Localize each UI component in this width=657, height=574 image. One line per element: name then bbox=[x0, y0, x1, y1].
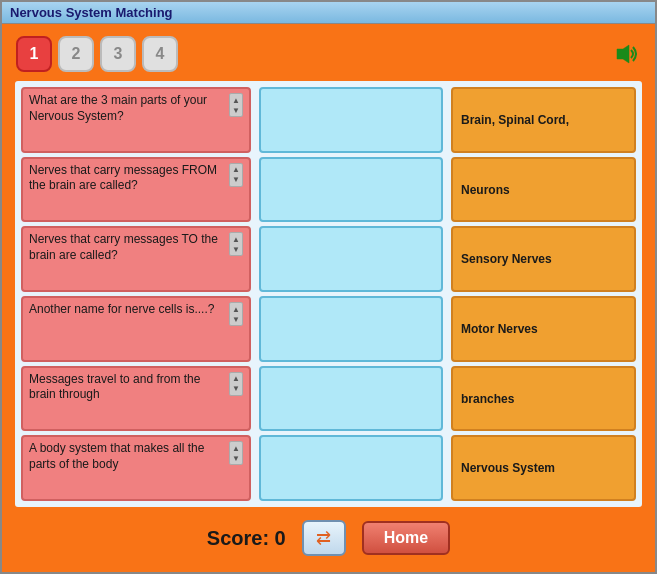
window: Nervous System Matching 1 2 3 4 bbox=[0, 0, 657, 574]
step-2[interactable]: 2 bbox=[58, 36, 94, 72]
scroll-up-3[interactable]: ▲ bbox=[231, 304, 241, 314]
step-4[interactable]: 4 bbox=[142, 36, 178, 72]
step-1-label: 1 bbox=[30, 45, 39, 63]
refresh-button[interactable]: ⇄ bbox=[302, 520, 346, 556]
question-3-text: Another name for nerve cells is....? bbox=[29, 302, 229, 318]
score-display: Score: 0 bbox=[207, 527, 286, 550]
scrollbar-0[interactable]: ▲ ▼ bbox=[229, 93, 243, 117]
main-area: 1 2 3 4 bbox=[2, 24, 655, 572]
title-text: Nervous System Matching bbox=[10, 5, 173, 20]
scrollbar-4[interactable]: ▲ ▼ bbox=[229, 372, 243, 396]
scroll-up-2[interactable]: ▲ bbox=[231, 234, 241, 244]
table-row: Another name for nerve cells is....? ▲ ▼… bbox=[21, 296, 636, 362]
scroll-down-3[interactable]: ▼ bbox=[231, 314, 241, 324]
table-row: A body system that makes all the parts o… bbox=[21, 435, 636, 501]
answer-label-0: Brain, Spinal Cord, bbox=[451, 87, 636, 153]
scrollbar-1[interactable]: ▲ ▼ bbox=[229, 163, 243, 187]
question-1-text: Nerves that carry messages FROM the brai… bbox=[29, 163, 229, 194]
question-3: Another name for nerve cells is....? ▲ ▼ bbox=[21, 296, 251, 362]
scrollbar-3[interactable]: ▲ ▼ bbox=[229, 302, 243, 326]
step-3-label: 3 bbox=[114, 45, 123, 63]
table-row: What are the 3 main parts of your Nervou… bbox=[21, 87, 636, 153]
bottom-bar: Score: 0 ⇄ Home bbox=[12, 514, 645, 562]
answer-input-5[interactable] bbox=[259, 435, 443, 501]
step-2-label: 2 bbox=[72, 45, 81, 63]
answer-label-2: Sensory Nerves bbox=[451, 226, 636, 292]
table-row: Messages travel to and from the brain th… bbox=[21, 366, 636, 432]
scroll-down-2[interactable]: ▼ bbox=[231, 244, 241, 254]
answer-label-1: Neurons bbox=[451, 157, 636, 223]
answer-label-5: Nervous System bbox=[451, 435, 636, 501]
question-5-text: A body system that makes all the parts o… bbox=[29, 441, 229, 472]
step-3[interactable]: 3 bbox=[100, 36, 136, 72]
answer-label-3: Motor Nerves bbox=[451, 296, 636, 362]
step-1[interactable]: 1 bbox=[16, 36, 52, 72]
steps: 1 2 3 4 bbox=[16, 36, 178, 72]
answer-input-2[interactable] bbox=[259, 226, 443, 292]
answer-input-1[interactable] bbox=[259, 157, 443, 223]
home-button[interactable]: Home bbox=[362, 521, 450, 555]
question-2-text: Nerves that carry messages TO the brain … bbox=[29, 232, 229, 263]
question-4: Messages travel to and from the brain th… bbox=[21, 366, 251, 432]
question-4-text: Messages travel to and from the brain th… bbox=[29, 372, 229, 403]
answer-input-3[interactable] bbox=[259, 296, 443, 362]
question-1: Nerves that carry messages FROM the brai… bbox=[21, 157, 251, 223]
question-0-text: What are the 3 main parts of your Nervou… bbox=[29, 93, 229, 124]
question-0: What are the 3 main parts of your Nervou… bbox=[21, 87, 251, 153]
scroll-up-0[interactable]: ▲ bbox=[231, 95, 241, 105]
title-bar: Nervous System Matching bbox=[2, 2, 655, 24]
scroll-down-1[interactable]: ▼ bbox=[231, 175, 241, 185]
home-label: Home bbox=[384, 529, 428, 546]
scroll-down-4[interactable]: ▼ bbox=[231, 384, 241, 394]
scroll-up-5[interactable]: ▲ bbox=[231, 443, 241, 453]
speaker-icon bbox=[613, 43, 641, 65]
scroll-up-1[interactable]: ▲ bbox=[231, 165, 241, 175]
top-bar: 1 2 3 4 bbox=[12, 34, 645, 74]
refresh-icon: ⇄ bbox=[316, 527, 331, 549]
scrollbar-5[interactable]: ▲ ▼ bbox=[229, 441, 243, 465]
scroll-down-0[interactable]: ▼ bbox=[231, 105, 241, 115]
question-2: Nerves that carry messages TO the brain … bbox=[21, 226, 251, 292]
scrollbar-2[interactable]: ▲ ▼ bbox=[229, 232, 243, 256]
table-row: Nerves that carry messages TO the brain … bbox=[21, 226, 636, 292]
answer-input-0[interactable] bbox=[259, 87, 443, 153]
speaker-button[interactable] bbox=[613, 43, 641, 65]
scroll-up-4[interactable]: ▲ bbox=[231, 374, 241, 384]
scroll-down-5[interactable]: ▼ bbox=[231, 453, 241, 463]
answer-input-4[interactable] bbox=[259, 366, 443, 432]
svg-marker-0 bbox=[617, 45, 629, 63]
answer-label-4: branches bbox=[451, 366, 636, 432]
content-area: What are the 3 main parts of your Nervou… bbox=[12, 78, 645, 510]
question-5: A body system that makes all the parts o… bbox=[21, 435, 251, 501]
table-row: Nerves that carry messages FROM the brai… bbox=[21, 157, 636, 223]
step-4-label: 4 bbox=[156, 45, 165, 63]
